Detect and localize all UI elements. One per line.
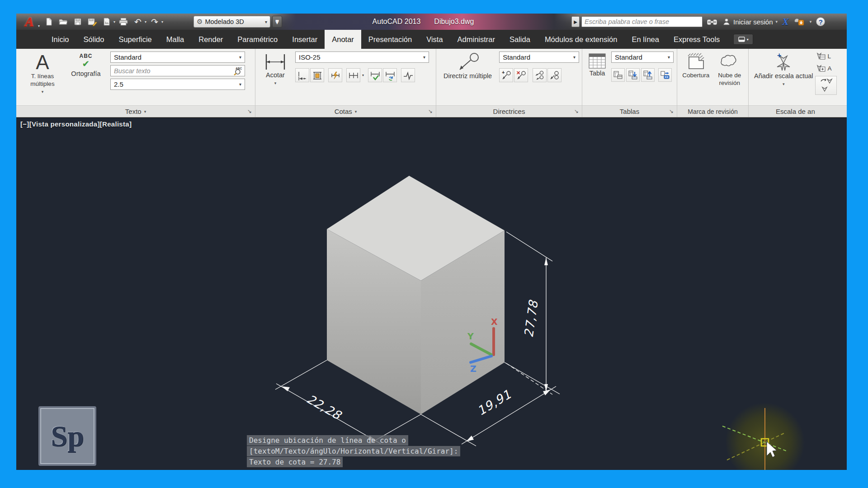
panel-footer-marca[interactable]: Marca de revisión xyxy=(677,105,748,117)
dim-jog-button[interactable] xyxy=(401,68,415,82)
data-link-upload-button[interactable] xyxy=(641,68,655,82)
arrowhead xyxy=(466,436,474,441)
exchange-apps-icon[interactable]: X xyxy=(782,16,789,28)
multileader-icon xyxy=(454,52,481,72)
qat-print-button[interactable] xyxy=(117,15,130,28)
add-current-scale-button[interactable]: + Añadir escala actual ▾ xyxy=(753,51,814,104)
checkmark-icon: ✔ xyxy=(82,60,90,67)
dimension-height[interactable]: 27,78 xyxy=(506,232,552,394)
tab-presentacion[interactable]: Presentación xyxy=(361,30,419,49)
extension-line xyxy=(506,232,552,261)
dim-update-button[interactable] xyxy=(383,68,397,82)
dim-style-select[interactable]: ISO-25 ▾ xyxy=(295,52,429,63)
infocenter-search xyxy=(581,16,703,27)
chevron-down-icon[interactable]: ▾ xyxy=(810,19,812,24)
panel-footer-tablas[interactable]: Tablas ↘ xyxy=(582,105,677,117)
chevron-down-icon[interactable]: ▾ xyxy=(113,20,115,24)
qat-save-button[interactable] xyxy=(71,15,84,28)
mtext-button[interactable]: A T. líneas múltiples ▾ xyxy=(20,51,65,104)
qat-customize-button[interactable]: ▬▼ xyxy=(272,16,282,28)
chevron-down-icon: ▾ xyxy=(776,19,778,24)
panel-footer-escala[interactable]: Escala de an xyxy=(749,105,847,117)
tab-insertar[interactable]: Insertar xyxy=(285,30,325,49)
dialog-launcher-icon[interactable]: ↘ xyxy=(247,108,252,114)
dim-ordinate-button[interactable] xyxy=(310,68,324,82)
revcloud-button[interactable]: Nube de revisión xyxy=(714,51,746,104)
download-link-icon xyxy=(628,70,638,80)
tab-superficie[interactable]: Superficie xyxy=(111,30,159,49)
panel-footer-texto[interactable]: Texto ▾ ↘ xyxy=(16,105,255,117)
revcloud-label: Nube de revisión xyxy=(715,71,745,87)
sign-in-button[interactable]: Iniciar sesión ▾ xyxy=(722,18,778,26)
text-height-select[interactable]: 2.5 ▾ xyxy=(110,79,245,90)
extract-data-button[interactable] xyxy=(658,68,672,82)
annotation-scale-list-button[interactable]: L xyxy=(815,52,844,61)
chevron-down-icon[interactable]: ▾ xyxy=(361,73,365,77)
chevron-down-icon[interactable]: ▾ xyxy=(161,20,163,24)
model-space-canvas[interactable]: 27,78 22,28 19,91 xyxy=(16,118,847,470)
panel-footer-directrices[interactable]: Directrices ↘ xyxy=(436,105,582,117)
qat-saveas-button[interactable] xyxy=(86,15,99,28)
panel-footer-cotas[interactable]: Cotas ▾ ↘ xyxy=(255,105,436,117)
dialog-launcher-icon[interactable]: ↘ xyxy=(669,108,674,114)
text-style-select[interactable]: Standard ▾ xyxy=(110,52,245,63)
annotative-scale-icon: + xyxy=(774,52,793,72)
data-link-download-button[interactable] xyxy=(626,68,640,82)
qat-undo-button[interactable]: ↶ xyxy=(132,15,144,28)
tab-modulos[interactable]: Módulos de extensión xyxy=(538,30,625,49)
search-input[interactable] xyxy=(585,18,699,25)
command-prompt[interactable]: Designe ubicación de línea de cota o [te… xyxy=(247,435,460,468)
leader-add-button[interactable]: + xyxy=(499,68,513,82)
dim-linear-button[interactable] xyxy=(295,68,309,82)
table-button[interactable]: Tabla xyxy=(585,51,609,104)
infocenter-toggle-button[interactable]: ▶ xyxy=(571,16,580,27)
help-button[interactable]: ? xyxy=(816,17,825,26)
multileader-button[interactable]: Directriz múltiple xyxy=(440,51,495,104)
leader-collect-button[interactable] xyxy=(547,68,561,82)
dimension-button[interactable]: Acotar ▾ xyxy=(259,51,292,104)
mleader-style-select[interactable]: Standard ▾ xyxy=(499,52,579,63)
leader-remove-button[interactable]: ✕ xyxy=(514,68,528,82)
tab-en-linea[interactable]: En línea xyxy=(624,30,666,49)
wipeout-button[interactable]: Cobertura xyxy=(680,51,712,104)
dialog-launcher-icon[interactable]: ↘ xyxy=(428,108,433,114)
sync-scale-positions-button[interactable] xyxy=(815,76,837,95)
tab-salida[interactable]: Salida xyxy=(502,30,538,49)
leader-align-button[interactable] xyxy=(533,68,547,82)
find-text-icon[interactable]: ABC xyxy=(233,66,243,75)
drawing-viewport[interactable]: [−][Vista personalizada][Realista] xyxy=(16,117,847,470)
dim-inspect-button[interactable] xyxy=(368,68,382,82)
table-style-select[interactable]: Standard ▾ xyxy=(611,52,674,63)
binoculars-search-icon[interactable] xyxy=(706,18,718,26)
add-delete-scales-button[interactable]: A xyxy=(815,64,844,73)
tab-administrar[interactable]: Administrar xyxy=(450,30,502,49)
tab-inicio[interactable]: Inicio xyxy=(44,30,76,49)
tab-render[interactable]: Render xyxy=(191,30,230,49)
qat-plot-preview-button[interactable] xyxy=(100,15,113,28)
dim-continue-button[interactable] xyxy=(346,68,360,82)
tab-malla[interactable]: Malla xyxy=(159,30,191,49)
chevron-down-icon: ▾ xyxy=(423,55,425,60)
communication-center-icon[interactable] xyxy=(793,17,805,26)
workspace-label: Modelado 3D xyxy=(205,18,244,25)
chevron-down-icon[interactable]: ▾ xyxy=(145,20,146,24)
qat-open-button[interactable] xyxy=(57,15,70,28)
tab-parametrico[interactable]: Paramétrico xyxy=(230,30,285,49)
app-menu-button[interactable]: A ▾ xyxy=(18,14,41,29)
qat-new-button[interactable] xyxy=(42,15,55,28)
qat-redo-button[interactable]: ↷ xyxy=(148,15,161,28)
tab-express-tools[interactable]: Express Tools xyxy=(666,30,727,49)
tab-solido[interactable]: Sólido xyxy=(76,30,112,49)
find-text-input[interactable] xyxy=(114,67,233,75)
ribbon-minimize-button[interactable]: ▾ xyxy=(733,34,753,45)
tab-anotar[interactable]: Anotar xyxy=(325,30,361,49)
chevron-down-icon: ▾ xyxy=(573,55,576,60)
workspace-switcher[interactable]: ⚙ Modelado 3D ▾ xyxy=(193,16,270,28)
tab-vista[interactable]: Vista xyxy=(419,30,450,49)
dialog-launcher-icon[interactable]: ↘ xyxy=(574,108,579,114)
dim-quick-button[interactable] xyxy=(328,68,342,82)
table-field-button[interactable] xyxy=(611,68,625,82)
command-line-2: [textoM/Texto/ángUlo/Horizontal/Vertical… xyxy=(247,446,460,456)
spell-check-button[interactable]: ABC ✔ Ortografía xyxy=(65,51,107,104)
cube-solid[interactable] xyxy=(327,176,505,414)
